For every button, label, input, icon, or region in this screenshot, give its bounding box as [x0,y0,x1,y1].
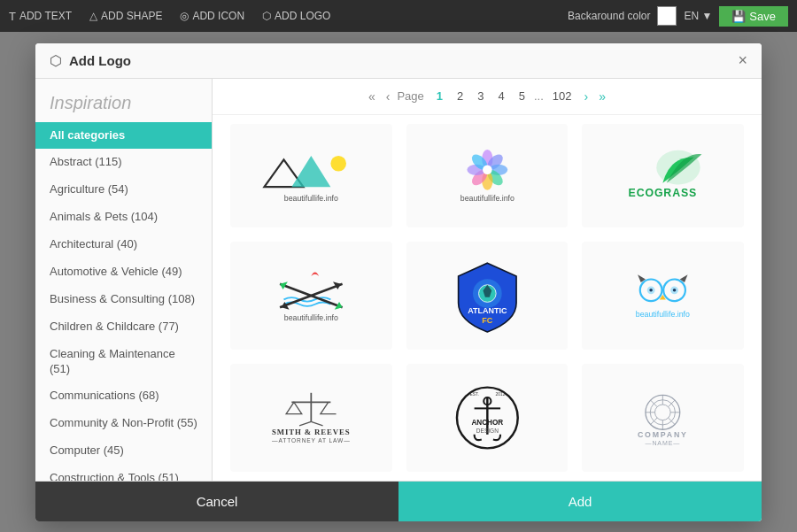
modal-title: Add Logo [69,53,738,68]
sidebar-title: Inspiration [35,79,212,122]
add-text-button[interactable]: T ADD TEXT [9,10,72,23]
logo-item[interactable]: COMPANY —NAME— [582,364,744,472]
cancel-button[interactable]: Cancel [35,482,398,521]
page-2-link[interactable]: 2 [452,88,468,104]
modal-footer: Cancel Add [35,481,762,521]
svg-text:beautifullife.info: beautifullife.info [284,313,338,322]
prev-page-button[interactable]: ‹ [383,88,394,105]
sidebar-category-item[interactable]: Computer (45) [35,437,212,465]
logo-grid: beautifullife.info [213,115,762,481]
add-icon-button[interactable]: ◎ ADD ICON [180,10,244,22]
sidebar-category-item[interactable]: Cleaning & Maintenance (51) [35,341,212,383]
main-content: « ‹ Page 1 2 3 4 5 ... 102 › » [213,79,762,481]
svg-text:COMPANY: COMPANY [638,430,688,439]
modal-body: Inspiration All categoriesAbstract (115)… [35,79,762,481]
modal-overlay: ⬡ Add Logo × Inspiration All categoriesA… [0,32,797,532]
add-button[interactable]: Add [398,482,762,521]
sidebar-category-item[interactable]: Construction & Tools (51) [35,465,212,480]
svg-line-64 [651,400,657,406]
page-ellipsis: ... [534,89,544,103]
logo-item[interactable]: ATLANTIC FC [406,242,569,350]
text-icon: T [9,10,16,23]
logo-header-icon: ⬡ [50,52,62,69]
svg-text:beautifullife.info: beautifullife.info [636,310,690,319]
svg-line-62 [651,418,657,424]
svg-text:beautifullife.info: beautifullife.info [460,194,514,203]
add-logo-modal: ⬡ Add Logo × Inspiration All categoriesA… [35,43,762,521]
add-shape-button[interactable]: △ ADD SHAPE [89,10,162,22]
sidebar-category-item[interactable]: Architectural (40) [35,231,212,258]
logo-icon: ⬡ [262,10,271,22]
svg-marker-1 [291,156,330,187]
svg-text:ATLANTIC: ATLANTIC [468,306,507,315]
categories-sidebar: Inspiration All categoriesAbstract (115)… [35,79,213,481]
page-3-link[interactable]: 3 [472,88,489,104]
toolbar: T ADD TEXT △ ADD SHAPE ◎ ADD ICON ⬡ ADD … [0,0,797,32]
toolbar-right: Backaround color EN ▼ 💾 Save [568,6,788,27]
logo-item[interactable]: beautifullife.info [406,124,569,228]
logo-item[interactable]: ECOGRASS [582,124,744,228]
svg-text:FC: FC [482,316,492,325]
logo-item[interactable]: SMITH & REEVES —ATTORNEY AT LAW— [230,364,392,472]
shape-icon: △ [89,10,97,22]
sidebar-category-item[interactable]: Business & Consulting (108) [35,286,212,313]
next-page-button[interactable]: › [581,88,592,105]
svg-point-56 [655,405,671,420]
logo-item[interactable]: beautifullife.info [582,242,744,350]
language-selector[interactable]: EN ▼ [684,10,712,22]
sidebar-category-item[interactable]: Animals & Pets (104) [35,204,212,231]
svg-line-43 [311,421,322,425]
svg-text:2012: 2012 [495,391,505,396]
svg-text:—NAME—: —NAME— [646,440,681,446]
svg-line-42 [299,421,311,425]
page-5-link[interactable]: 5 [514,88,530,104]
sidebar-category-item[interactable]: Agriculture (54) [35,176,212,204]
icon-icon: ◎ [180,10,189,22]
background-color-picker[interactable] [657,6,677,26]
svg-line-60 [669,418,675,424]
page-label: Page [397,89,423,103]
pagination: « ‹ Page 1 2 3 4 5 ... 102 › » [213,79,762,115]
sidebar-category-item[interactable]: Automotive & Vehicle (49) [35,258,212,286]
sidebar-category-item[interactable]: Community & Non-Profit (55) [35,410,212,437]
last-page-button[interactable]: » [595,88,609,105]
svg-text:EST.: EST. [469,391,478,396]
page-102-link[interactable]: 102 [547,88,577,104]
logo-item[interactable]: beautifullife.info [230,242,392,350]
svg-text:beautifullife.info: beautifullife.info [284,194,338,203]
svg-text:DESIGN: DESIGN [476,428,498,434]
svg-text:ECOGRASS: ECOGRASS [629,187,698,199]
first-page-button[interactable]: « [365,88,379,105]
sidebar-category-item[interactable]: Communications (68) [35,382,212,410]
svg-point-2 [330,156,346,172]
sidebar-category-item[interactable]: Abstract (115) [35,149,212,176]
logo-item[interactable]: EST. 2012 ANCHOR DESIGN [406,364,569,472]
logo-item[interactable]: beautifullife.info [230,124,392,228]
add-logo-button[interactable]: ⬡ ADD LOGO [262,10,330,22]
save-icon: 💾 [731,10,746,23]
modal-close-button[interactable]: × [738,52,747,68]
save-button[interactable]: 💾 Save [719,6,788,27]
page-4-link[interactable]: 4 [493,88,510,104]
page-1-link[interactable]: 1 [431,88,448,104]
svg-point-34 [650,289,654,292]
sidebar-category-item[interactable]: All categories [35,122,212,150]
svg-text:ANCHOR: ANCHOR [471,419,503,427]
svg-line-58 [669,400,675,406]
modal-header: ⬡ Add Logo × [35,43,762,79]
svg-point-12 [483,166,492,175]
sidebar-category-item[interactable]: Children & Childcare (77) [35,313,212,341]
svg-point-35 [673,289,677,292]
svg-text:—ATTORNEY AT LAW—: —ATTORNEY AT LAW— [272,437,351,443]
svg-text:SMITH & REEVES: SMITH & REEVES [272,428,351,436]
